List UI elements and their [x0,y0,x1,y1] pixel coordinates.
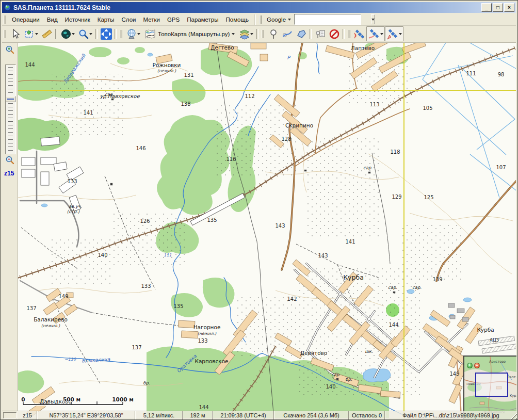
map-label: Лаптево [351,45,375,51]
search-dropdown-button[interactable] [371,14,375,24]
search-input[interactable] [295,15,371,23]
chevron-down-icon [72,33,75,35]
map-label: сар. [331,372,341,377]
map-label: 144 [199,405,208,410]
google-search-select[interactable]: Google [264,15,294,24]
search-combobox[interactable] [294,14,361,25]
zoom-slider-handle[interactable] [6,96,15,102]
map-label: 111 [466,71,476,76]
minimap-zoom-out-button[interactable]: − [474,363,480,368]
selection-tool-button[interactable] [22,27,40,41]
minimap[interactable]: + − АристовоновскоеЛапт.Кур.Михайловск [463,356,516,419]
title-bar[interactable]: SAS.Планета 131111.7624 Stable _ □ × [2,2,516,13]
minimap-view-rect[interactable] [476,373,508,396]
measure-ruler-button[interactable] [40,27,54,41]
map-label: 111 [164,253,171,257]
map-label: сар. [412,285,422,290]
map-label: бр. [143,380,150,385]
preview-globe-button[interactable] [59,27,76,41]
map-label: 113 [369,102,379,107]
slider-ticks [8,67,13,152]
fullscreen-icon [100,28,112,40]
topomap-icon [144,28,156,40]
window-title: SAS.Планета 131111.7624 Stable [13,4,110,11]
add-route-button[interactable] [280,27,294,41]
map-viewport[interactable]: ДегтевоЛаптевоРожновки(нежил.)144Заовраж… [18,43,516,419]
gps-connect-button[interactable] [352,27,366,41]
map-label: 143 [318,253,328,259]
menu-placemarks[interactable]: Метки [139,15,163,24]
status-time: 21:09:38 (UTC+4) [213,411,274,419]
menu-source[interactable]: Источник [61,15,94,24]
menu-operations[interactable]: Операции [8,15,43,24]
map-label: 137 [132,345,141,350]
topo-map[interactable]: ДегтевоЛаптевоРожновки(нежил.)144Заовраж… [18,43,516,419]
menu-help[interactable]: Помощь [222,15,252,24]
polygon-icon [296,28,307,40]
mapsource-grip[interactable] [120,30,122,38]
cursor-icon [10,28,21,40]
map-label: (нежил.) [198,331,217,336]
map-label: 141 [345,239,355,245]
menu-gps[interactable]: GPS [164,15,183,24]
map-label: 116 [226,156,236,162]
chevron-down-icon [35,33,38,35]
map-label: 144 [25,62,35,68]
zoom-in-icon[interactable] [5,45,14,54]
gps-track-button[interactable] [366,26,385,41]
marks-grip[interactable] [262,30,264,38]
add-polygon-button[interactable] [294,27,308,41]
map-label: 137 [26,305,36,311]
menu-maps[interactable]: Карты [94,15,118,24]
layers-button[interactable] [237,27,255,41]
gps-satellite-follow-icon [386,28,399,40]
map-label: Нагорное [193,324,221,330]
map-label: 146 [136,146,145,151]
gps-follow-button[interactable] [385,26,403,41]
chevron-down-icon [288,19,291,21]
map-label: Курба [343,273,364,281]
map-label: 133 [67,179,77,184]
map-label: 140 [98,252,107,258]
menu-view[interactable]: Вид [43,15,61,24]
menu-settings[interactable]: Параметры [183,15,222,24]
close-button[interactable]: × [504,3,514,12]
panel-bottom-stub [2,411,18,419]
minimize-button[interactable]: _ [481,3,492,12]
map-label: 135 [173,303,183,309]
menu-grip[interactable] [4,15,6,24]
map-label: 112 [245,93,254,99]
gps-grip[interactable] [348,30,350,38]
map-label: 131 [184,72,193,78]
menu-layers[interactable]: Слои [118,15,140,24]
map-label: бр. [345,377,352,382]
zoom-level-label: z15 [4,170,14,177]
zoom-out-icon[interactable] [5,155,14,165]
status-file: Файл D:\PF\...db\z15\x9988\y4969.jpg [385,411,516,419]
minimap-zoom-in-button[interactable]: + [467,363,473,368]
toolbar-grip[interactable] [4,30,6,38]
map-label: 129 [392,194,401,200]
placemark-manager-button[interactable] [313,27,327,41]
fullscreen-button[interactable] [99,27,113,41]
ruler-icon [41,28,53,40]
selection-icon [24,28,35,40]
search-grip[interactable] [259,15,262,24]
add-placemark-button[interactable] [266,27,280,41]
map-source-selector[interactable]: ТопоКарта (Маршруты.ру) [142,27,237,41]
pan-cursor-button[interactable] [8,27,22,41]
map-label: Аристово [489,360,506,364]
map-label: 128 [281,136,291,142]
zoom-slider[interactable] [5,64,16,154]
placemark-list-icon [315,28,326,40]
internet-cache-button[interactable] [124,27,142,41]
zoom-tool-button[interactable] [76,27,94,41]
chevron-down-icon [380,33,383,35]
map-label: Лапт. [507,375,516,379]
hide-placemarks-button[interactable] [327,27,341,41]
maximize-button[interactable]: □ [493,3,503,12]
chevron-down-icon [232,33,235,35]
map-label: 142 [287,296,297,302]
chevron-down-icon [371,19,375,21]
app-icon [4,4,11,11]
